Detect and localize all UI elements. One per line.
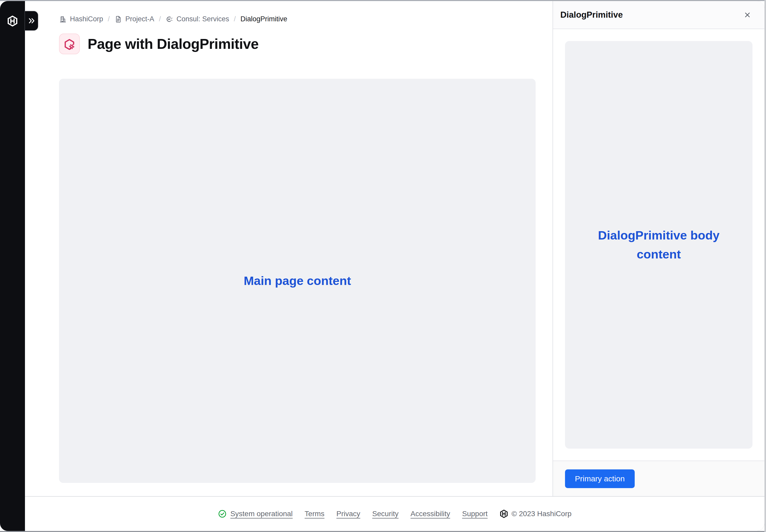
breadcrumb-item-project-a[interactable]: Project-A [114, 15, 154, 23]
breadcrumb-item-hashicorp[interactable]: HashiCorp [59, 15, 103, 23]
footer-link-accessibility[interactable]: Accessibility [411, 510, 450, 518]
footer-link-support[interactable]: Support [462, 510, 487, 518]
dialog-header: DialogPrimitive [553, 1, 764, 29]
breadcrumb-separator: / [233, 15, 237, 23]
dialog-title: DialogPrimitive [560, 10, 742, 20]
primary-action-button[interactable]: Primary action [565, 469, 635, 488]
check-circle-icon [218, 509, 227, 518]
close-icon [743, 11, 751, 19]
app-frame: HashiCorp / Project-A / [0, 1, 764, 531]
dialog-placeholder-text: DialogPrimitive body content [594, 226, 724, 264]
footer-copyright: © 2023 HashiCorp [499, 509, 571, 518]
consul-gear-icon [59, 34, 80, 54]
dialog-close-button[interactable] [742, 9, 753, 21]
breadcrumb-label: Consul: Services [176, 15, 229, 23]
org-building-icon [59, 15, 67, 23]
page-header: Page with DialogPrimitive [59, 34, 535, 54]
double-chevron-right-icon [28, 17, 35, 25]
main-placeholder-box: Main page content [59, 79, 535, 483]
window-right-edge [764, 0, 766, 532]
main-content: HashiCorp / Project-A / [25, 1, 552, 496]
breadcrumb-separator: / [158, 15, 162, 23]
dialog-placeholder-box: DialogPrimitive body content [565, 41, 752, 449]
footer-link-terms[interactable]: Terms [305, 510, 325, 518]
main-placeholder-text: Main page content [244, 271, 351, 290]
breadcrumb-label: DialogPrimitive [241, 15, 287, 23]
hashicorp-logo-icon[interactable] [7, 15, 18, 27]
breadcrumb-item-dialogprimitive: DialogPrimitive [241, 15, 287, 23]
app-surface: HashiCorp / Project-A / [25, 1, 764, 531]
dialog-body: DialogPrimitive body content [553, 29, 764, 461]
consul-icon [165, 15, 173, 23]
copyright-text: © 2023 HashiCorp [511, 510, 571, 518]
system-status-label: System operational [231, 510, 293, 518]
app-sidebar [0, 1, 25, 531]
app-footer: System operational Terms Privacy Securit… [25, 496, 764, 531]
hashicorp-logo-icon [499, 509, 508, 518]
breadcrumb-item-consul-services[interactable]: Consul: Services [165, 15, 229, 23]
system-status-link[interactable]: System operational [218, 509, 293, 518]
breadcrumb: HashiCorp / Project-A / [59, 15, 535, 23]
sidebar-expand-button[interactable] [25, 11, 38, 30]
footer-link-privacy[interactable]: Privacy [336, 510, 360, 518]
dialog-primitive-panel: DialogPrimitive DialogPrimitive body con… [552, 1, 764, 496]
dialog-footer: Primary action [553, 461, 764, 496]
breadcrumb-label: Project-A [125, 15, 154, 23]
breadcrumb-label: HashiCorp [70, 15, 103, 23]
breadcrumb-separator: / [107, 15, 111, 23]
window-bottom-edge [0, 531, 766, 532]
file-text-icon [114, 15, 122, 23]
page-title: Page with DialogPrimitive [88, 36, 259, 52]
footer-link-security[interactable]: Security [372, 510, 399, 518]
